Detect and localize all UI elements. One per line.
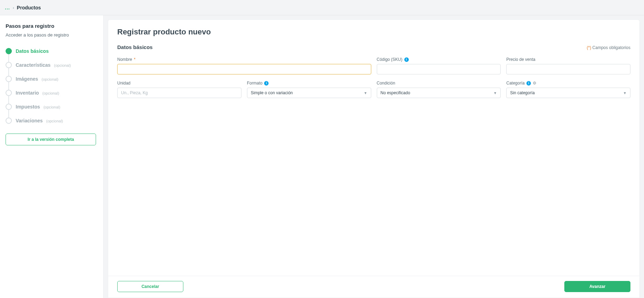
step-dot-icon	[6, 48, 12, 54]
step-label: Inventario (opcional)	[16, 90, 59, 96]
step-label: Imágenes (opcional)	[16, 76, 58, 82]
cancel-button[interactable]: Cancelar	[117, 281, 183, 292]
sku-input[interactable]	[377, 64, 501, 74]
breadcrumb: ... › Productos	[0, 0, 644, 15]
step-dot-icon	[6, 62, 12, 68]
step-caracteristicas[interactable]: Características (opcional)	[6, 62, 98, 68]
chevron-down-icon: ▼	[493, 91, 497, 95]
gear-icon[interactable]: ⚙	[533, 81, 536, 86]
step-imagenes[interactable]: Imágenes (opcional)	[6, 76, 98, 82]
chevron-down-icon: ▼	[623, 91, 627, 95]
step-dot-icon	[6, 104, 12, 110]
condicion-select[interactable]: No especificado ▼	[377, 88, 501, 98]
full-version-button[interactable]: Ir a la versión completa	[6, 134, 96, 145]
step-label: Variaciones (opcional)	[16, 118, 63, 123]
section-title: Datos básicos	[117, 44, 153, 50]
step-dot-icon	[6, 76, 12, 82]
info-icon[interactable]: i	[404, 57, 409, 62]
required-fields-note: (*) Campos obligatorios	[587, 45, 630, 50]
step-dot-icon	[6, 90, 12, 96]
formato-select[interactable]: Simple o con variación ▼	[247, 88, 371, 98]
step-inventario[interactable]: Inventario (opcional)	[6, 90, 98, 96]
breadcrumb-current: Productos	[17, 5, 41, 10]
sidebar: Pasos para registro Acceder a los pasos …	[0, 15, 104, 298]
nombre-input[interactable]	[117, 64, 371, 74]
formato-label: Formato i	[247, 81, 371, 86]
step-label: Características (opcional)	[16, 62, 71, 68]
sidebar-subtitle: Acceder a los pasos de registro	[6, 32, 98, 38]
precio-label: Precio de venta	[506, 57, 630, 62]
step-impuestos[interactable]: Impuestos (opcional)	[6, 104, 98, 110]
next-button[interactable]: Avanzar	[564, 281, 630, 292]
categoria-select[interactable]: Sin categoría ▼	[506, 88, 630, 98]
precio-input[interactable]	[506, 64, 630, 74]
page-title: Registrar producto nuevo	[117, 27, 630, 37]
unidad-input[interactable]	[117, 88, 241, 98]
step-datos-basicos[interactable]: Datos básicos	[6, 48, 98, 54]
step-variaciones[interactable]: Variaciones (opcional)	[6, 118, 98, 124]
sidebar-title: Pasos para registro	[6, 23, 98, 29]
steps-list: Datos básicos Características (opcional)…	[6, 48, 98, 124]
info-icon[interactable]: i	[264, 81, 269, 86]
step-dot-icon	[6, 118, 12, 124]
chevron-down-icon: ▼	[364, 91, 367, 95]
step-label: Impuestos (opcional)	[16, 104, 60, 110]
info-icon[interactable]: i	[526, 81, 531, 86]
content-panel: Registrar producto nuevo Datos básicos (…	[108, 19, 640, 298]
categoria-label: Categoría i ⚙	[506, 81, 630, 86]
footer-bar: Cancelar Avanzar	[108, 276, 639, 298]
unidad-label: Unidad	[117, 81, 241, 86]
step-label: Datos básicos	[16, 48, 49, 54]
nombre-label: Nombre *	[117, 57, 371, 62]
condicion-label: Condición	[377, 81, 501, 86]
breadcrumb-ellipsis[interactable]: ...	[5, 5, 10, 10]
sku-label: Código (SKU) i	[377, 57, 501, 62]
chevron-right-icon: ›	[13, 6, 14, 10]
